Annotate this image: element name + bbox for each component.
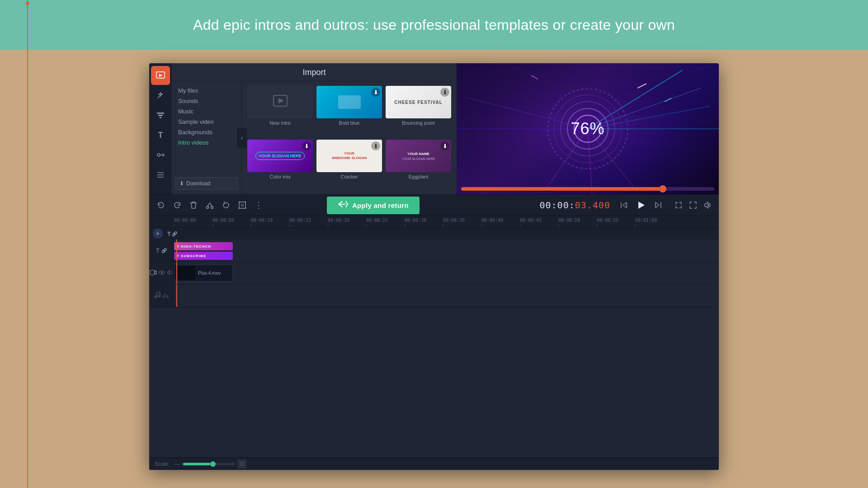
- cut-button[interactable]: [203, 198, 217, 212]
- ruler-mark-7: 00:00:35: [443, 218, 481, 227]
- video-clip[interactable]: Plus-4.mov: [174, 264, 233, 282]
- scroll-left-arrow[interactable]: ‹: [237, 128, 247, 148]
- new-intro-icon: [271, 92, 289, 113]
- transform-button[interactable]: [235, 198, 250, 212]
- svg-rect-2: [158, 115, 163, 116]
- download-button[interactable]: ⬇ Download: [175, 177, 238, 190]
- video-track-row: Plus-4.mov: [149, 262, 719, 285]
- playback-controls: [617, 197, 665, 213]
- svg-point-41: [163, 296, 165, 298]
- svg-point-38: [161, 272, 163, 273]
- import-item-color-mix[interactable]: ⬇ YOUR SLOGAN HERE Color mix: [247, 140, 313, 190]
- import-grid: New intro ⬇ Bold blue: [242, 81, 457, 194]
- text-track-content[interactable]: T HIGH-TECHCH T SUBSCRIBE: [174, 239, 719, 262]
- ruler-mark-11: 00:00:55: [597, 218, 635, 227]
- delete-button[interactable]: [186, 198, 201, 212]
- text-clip-sub[interactable]: T SUBSCRIBE: [174, 252, 233, 260]
- toolbar-filter-btn[interactable]: [151, 106, 170, 125]
- text-clip-high[interactable]: T HIGH-TECHCH: [174, 242, 233, 250]
- undo-button[interactable]: [154, 198, 168, 212]
- ruler-mark-3: 00:00:15: [289, 218, 328, 227]
- sidebar-item-music[interactable]: Music: [175, 107, 238, 116]
- download-indicator-cracker: ⬇: [371, 141, 380, 150]
- skip-forward-button[interactable]: [651, 198, 665, 212]
- sidebar-item-sounds[interactable]: Sounds: [175, 96, 238, 106]
- import-item-eggplant[interactable]: ⬇ YOUR NAME YOUR SLOGAN HERE Eggplant: [386, 140, 451, 190]
- preview-panel: 76%: [457, 63, 719, 194]
- svg-point-42: [166, 296, 168, 298]
- import-item-new-intro[interactable]: New intro: [247, 86, 313, 136]
- toolbar-media-btn[interactable]: [151, 66, 170, 85]
- import-label-bouncing-point: Bouncing point: [402, 120, 435, 126]
- video-track-content[interactable]: Plus-4.mov: [174, 262, 719, 284]
- video-clip-name: Plus-4.mov: [198, 271, 221, 276]
- import-label-new-intro: New intro: [269, 120, 290, 126]
- import-label-cracker: Cracker: [340, 174, 358, 179]
- time-prefix: 00:00:: [539, 200, 575, 211]
- download-label: Download: [186, 180, 210, 187]
- svg-point-33: [245, 202, 246, 203]
- video-track-icon: [150, 269, 157, 277]
- audio-track-content: [174, 285, 719, 307]
- timeline-ruler: 00:00:00 00:00:05 00:00:10 00:00:15: [149, 216, 719, 228]
- import-item-bouncing-point[interactable]: ⬇ CHEESE FESTIVAL Bouncing point: [386, 86, 451, 136]
- bouncing-text-sample: CHEESE FESTIVAL: [394, 100, 443, 105]
- scale-expand-button[interactable]: ⊡: [237, 460, 246, 469]
- ruler-mark-6: 00:00:30: [405, 218, 443, 227]
- video-track-controls: [149, 262, 174, 284]
- preview-scrubber[interactable]: [461, 187, 714, 191]
- svg-rect-36: [150, 270, 155, 275]
- apply-return-icon: [338, 200, 349, 211]
- skip-back-button[interactable]: [617, 198, 631, 212]
- audio-track-note-icon: [154, 291, 160, 300]
- thumb-new-intro: [247, 86, 313, 118]
- thumb-cracker: ⬇ YOURAWESOME SLOGAN: [316, 140, 382, 172]
- import-body: My files Sounds Music Sample video Backg…: [172, 81, 457, 194]
- text-track-controls: T 🔗: [149, 239, 174, 262]
- cracker-slogan: YOURAWESOME SLOGAN: [331, 151, 367, 161]
- scale-thumb[interactable]: [210, 461, 216, 467]
- expand-button[interactable]: [686, 198, 700, 212]
- play-button[interactable]: [633, 197, 649, 213]
- scale-track[interactable]: [181, 463, 236, 465]
- text-track-type-icon: T: [156, 247, 160, 254]
- action-bar: ⋮ Apply and return 00:00:03.400: [149, 194, 719, 216]
- more-button[interactable]: ⋮: [251, 198, 266, 212]
- sidebar-item-my-files[interactable]: My files: [175, 86, 238, 95]
- bold-blue-inner: [338, 95, 361, 109]
- audio-track-controls: [149, 285, 174, 307]
- svg-rect-1: [157, 113, 164, 114]
- thumb-eggplant: ⬇ YOUR NAME YOUR SLOGAN HERE: [386, 140, 451, 172]
- import-label-eggplant: Eggplant: [409, 174, 428, 179]
- audio-track-scissors-icon[interactable]: [162, 292, 169, 300]
- reset-button[interactable]: [219, 198, 233, 212]
- import-item-bold-blue[interactable]: ⬇ Bold blue: [316, 86, 382, 136]
- add-track-button[interactable]: +: [153, 229, 163, 239]
- fullscreen-button[interactable]: [672, 198, 685, 212]
- import-item-cracker[interactable]: ⬇ YOURAWESOME SLOGAN Cracker: [316, 140, 382, 190]
- video-track-audio-icon[interactable]: [167, 269, 173, 277]
- toolbar-text-btn[interactable]: T: [151, 126, 170, 145]
- toolbar-motion-btn[interactable]: [151, 145, 170, 164]
- volume-button[interactable]: [701, 198, 714, 212]
- text-clip-sub-label: T SUBSCRIBE: [177, 254, 206, 258]
- ruler-mark-0: 00:00:00: [174, 218, 212, 227]
- sidebar-item-sample-video[interactable]: Sample video: [175, 117, 238, 127]
- video-track-visible-icon[interactable]: [159, 269, 165, 277]
- toolbar-magic-btn[interactable]: [151, 86, 170, 105]
- apply-return-button[interactable]: Apply and return: [327, 197, 420, 214]
- sidebar-item-backgrounds[interactable]: Backgrounds: [175, 127, 238, 137]
- sidebar-item-intro-videos[interactable]: Intro videos: [175, 138, 238, 147]
- scrubber-thumb: [659, 185, 666, 192]
- timeline-tracks: + T 🔗 T 🔗 T HIGH-TECHCH: [149, 228, 719, 457]
- scale-min-icon: —: [174, 461, 179, 467]
- redo-button[interactable]: [170, 198, 184, 212]
- banner-text: Add epic intros and outros: use professi…: [193, 17, 675, 33]
- preview-circle: 76%: [542, 84, 633, 174]
- thumb-bouncing-point: ⬇ CHEESE FESTIVAL: [386, 86, 451, 118]
- time-display: 00:00:03.400: [539, 200, 615, 211]
- ruler-marks: 00:00:00 00:00:05 00:00:10 00:00:15: [174, 216, 674, 227]
- scrubber-fill: [461, 187, 664, 191]
- toolbar-list-btn[interactable]: [151, 165, 170, 184]
- top-banner: Add epic intros and outros: use professi…: [0, 0, 868, 50]
